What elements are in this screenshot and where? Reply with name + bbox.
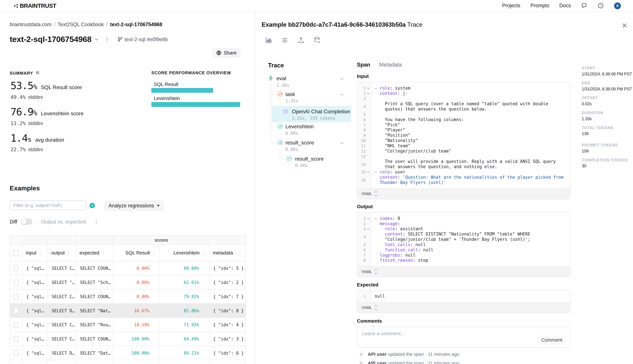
tree-item-levenshtein[interactable]: Levenshtein (285, 123, 314, 130)
column-kebab-icon[interactable]: ⋮ (238, 250, 242, 255)
cell-levenshtein-score[interactable]: 84.21% (160, 346, 209, 360)
export-icon[interactable] (297, 36, 305, 44)
task-chevron-icon[interactable] (340, 92, 344, 96)
cell-input[interactable]: { "sql… (23, 304, 48, 318)
tree-item-eval[interactable]: eval (277, 76, 286, 82)
cell-expected[interactable]: SELECT "Nat… (76, 304, 113, 318)
table-row[interactable]: { "sql…SELECT C…SELECT COUN…0.00%60.00%{… (10, 262, 245, 276)
result-score-chevron-icon[interactable] (340, 141, 344, 144)
yaml-format-label[interactable]: YAML (361, 270, 372, 274)
cell-levenshtein-score[interactable]: 60.00% (160, 262, 209, 275)
table-row[interactable]: { "sql…SELECT D…SELECT "Dat…100.00%84.21… (10, 346, 245, 360)
cell-levenshtein-score[interactable]: 79.82% (160, 290, 209, 303)
cell-sql-result-score[interactable]: 100.00% (113, 346, 160, 360)
column-header-levenshtein[interactable]: Levenshtein⋮ (160, 245, 209, 261)
overview-bar-sql-result[interactable] (151, 88, 213, 93)
cell-output[interactable]: SELECT D… (48, 346, 76, 360)
cell-output[interactable]: SELECT C… (48, 318, 76, 332)
yaml-format-label[interactable]: YAML (361, 305, 372, 310)
add-to-dataset-icon[interactable] (313, 36, 321, 44)
tab-metadata[interactable]: Metadata (379, 62, 402, 68)
cell-output[interactable]: SELECT C… (48, 360, 76, 364)
eval-chevron-icon[interactable] (340, 76, 344, 80)
cell-sql-result-score[interactable]: 16.67% (113, 304, 160, 318)
filter-help-icon[interactable]: ? (90, 203, 95, 208)
cell-input[interactable]: { "sql… (23, 318, 48, 332)
table-row[interactable]: { "sql…SELECT C…SELECT COUN…0.00%79.82%{… (10, 290, 245, 304)
fold-chevron-icon[interactable] (366, 218, 371, 219)
cell-output[interactable]: SELECT C… (48, 262, 76, 275)
table-row[interactable]: { "sql…SELECT "…SELECT "Sch…0.00%62.61%{… (10, 276, 245, 290)
column-kebab-icon[interactable]: ⋮ (101, 250, 106, 255)
cell-expected[interactable]: SELECT COUN… (76, 360, 113, 364)
cell-sql-result-score[interactable]: 100.00% (113, 360, 160, 364)
cell-input[interactable]: { "sql… (23, 290, 48, 303)
cell-output[interactable]: SELECT C… (48, 290, 76, 303)
cell-metadata[interactable]: { "idx": 7 } (209, 290, 245, 303)
comment-submit-button[interactable]: Comment (537, 335, 567, 345)
cell-input[interactable]: { "sql… (23, 360, 48, 364)
tree-item-openai-chat-completion[interactable]: OpenAI Chat Completion (292, 108, 350, 115)
row-checkbox[interactable] (14, 308, 19, 314)
nav-prompts[interactable]: Prompts (530, 3, 549, 8)
overview-bar-levenshtein[interactable] (151, 102, 240, 107)
cell-levenshtein-score[interactable]: 64.49% (160, 332, 209, 346)
comment-input[interactable] (361, 330, 516, 344)
table-row[interactable]: { "sql…SELECT C…SELECT "Rou…18.18%71.93%… (10, 318, 245, 332)
cell-input[interactable]: { "sql… (23, 262, 48, 275)
cell-levenshtein-score[interactable]: 71.93% (160, 318, 209, 332)
cell-metadata[interactable]: { "idx": 9 } (209, 360, 245, 364)
fold-chevron-icon[interactable] (366, 88, 371, 88)
cell-expected[interactable]: SELECT "Sch… (76, 276, 113, 289)
column-kebab-icon[interactable]: ⋮ (152, 250, 156, 255)
column-header-expected[interactable]: expected⋮ (76, 245, 113, 261)
column-header-input[interactable]: input⋮ (23, 245, 48, 261)
row-checkbox[interactable] (14, 336, 19, 342)
column-kebab-icon[interactable]: ⋮ (67, 250, 71, 255)
cell-expected[interactable]: SELECT "Dat… (76, 346, 113, 360)
cell-output[interactable]: SELECT "… (48, 276, 76, 289)
close-icon[interactable] (622, 23, 627, 28)
cell-levenshtein-score[interactable]: 62.61% (160, 276, 209, 289)
column-header-metadata[interactable]: metadata⋮ (209, 245, 245, 261)
input-code-body[interactable]: 1- role: system2content: |-34Print a SQL… (357, 82, 570, 188)
cell-expected[interactable]: SELECT "Rou… (76, 318, 113, 332)
cell-sql-result-score[interactable]: 100.00% (113, 332, 160, 346)
cell-output[interactable]: SELECT C… (48, 332, 76, 346)
help-icon[interactable]: ? (597, 2, 604, 9)
diff-kebab-menu[interactable]: ⋮ (93, 219, 100, 224)
cell-input[interactable]: { "sql… (23, 276, 48, 289)
cell-sql-result-score[interactable]: 0.00% (113, 290, 160, 303)
column-kebab-icon[interactable]: ⋮ (39, 250, 43, 255)
table-row[interactable]: { "sql…SELECT D…SELECT "Nat…16.67%82.86%… (10, 304, 245, 318)
cell-input[interactable]: { "sql… (23, 346, 48, 360)
table-row[interactable]: { "sql…SELECT C…SELECT COUN…100.00%84.47… (10, 360, 245, 364)
output-code-body[interactable]: 1- index: 02message:3role: assistant4con… (357, 213, 570, 266)
cell-levenshtein-score[interactable]: 82.86% (160, 304, 209, 318)
column-kebab-icon[interactable]: ⋮ (202, 250, 206, 255)
braintrust-logo[interactable]: BRAINTRUST (14, 2, 56, 9)
tree-item-result-score[interactable]: result_score (285, 140, 314, 146)
feedback-chat-icon[interactable] (581, 2, 587, 9)
chart-view-icon[interactable] (265, 36, 273, 44)
breadcrumb-project[interactable]: Text2SQL Cookbook (58, 22, 104, 27)
fold-chevron-icon[interactable] (366, 93, 371, 94)
title-chevron-down-icon[interactable] (95, 37, 98, 40)
cell-metadata[interactable]: { "idx": 6 } (209, 346, 245, 360)
cell-metadata[interactable]: { "idx": 5 } (209, 262, 245, 275)
cell-sql-result-score[interactable]: 0.00% (113, 262, 160, 275)
cell-expected[interactable]: SELECT COUN… (76, 332, 113, 346)
list-view-icon[interactable] (281, 36, 289, 44)
tree-item-task[interactable]: task (285, 91, 295, 97)
summary-settings-gear-icon[interactable]: ⚙ (36, 70, 40, 76)
row-checkbox[interactable] (14, 350, 19, 356)
cell-expected[interactable]: SELECT COUN… (76, 262, 113, 275)
format-switcher-icon[interactable] (375, 192, 377, 196)
column-header-sql-result[interactable]: SQL Result⋮ (113, 245, 160, 261)
table-row[interactable]: { "sql…SELECT C…SELECT COUN…100.00%64.49… (10, 332, 245, 346)
cell-levenshtein-score[interactable]: 84.47% (160, 360, 209, 364)
cell-metadata[interactable]: { "idx": 8 } (209, 304, 245, 318)
breadcrumb-org[interactable]: braintrustdata.com (10, 22, 52, 27)
nav-projects[interactable]: Projects (502, 3, 520, 8)
row-checkbox[interactable] (14, 294, 19, 300)
